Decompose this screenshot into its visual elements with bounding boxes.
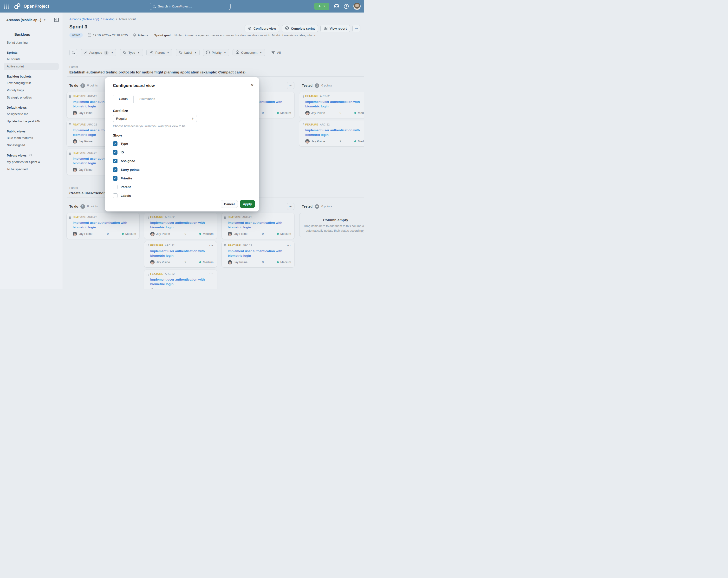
card-menu-button[interactable]: ··· — [287, 95, 291, 97]
drag-handle-icon[interactable] — [224, 215, 226, 219]
checkbox-row-labels[interactable]: Labels — [113, 193, 251, 198]
assignee-avatar — [150, 288, 155, 289]
breadcrumb-link[interactable]: Arcanos (Mobile app) — [69, 17, 99, 21]
checkbox-row-assignee[interactable]: ✓Assignee — [113, 159, 251, 163]
back-arrow-icon[interactable]: ← — [7, 32, 10, 36]
filter-component-dropdown[interactable]: Component▼ — [233, 49, 265, 56]
card-menu-button[interactable]: ··· — [287, 245, 291, 246]
drag-handle-icon[interactable] — [69, 94, 71, 98]
filter-all-button[interactable]: All — [271, 51, 281, 55]
show-label: Show — [113, 133, 251, 137]
checkbox-row-id[interactable]: ✓ID — [113, 150, 251, 155]
card-menu-button[interactable]: ··· — [132, 216, 136, 218]
column-menu-button[interactable]: ··· — [287, 203, 294, 210]
column-menu-button[interactable]: ··· — [287, 82, 294, 89]
work-package-card[interactable]: FEATUREARC-22···Implement user authentic… — [299, 92, 364, 118]
project-selector[interactable]: Arcanos (Mobile ap...) — [6, 18, 41, 22]
sidebar-item-updated-in-the-past-24h[interactable]: Updated in the past 24h — [7, 118, 60, 125]
drag-handle-icon[interactable] — [302, 123, 304, 126]
collapse-sidebar-icon[interactable] — [54, 18, 59, 22]
card-title-link[interactable]: Implement user authentication with biome… — [150, 249, 213, 258]
checkbox-row-story-points[interactable]: ✓Story points — [113, 167, 251, 172]
checkbox-checked-icon[interactable]: ✓ — [113, 176, 118, 181]
sidebar-item-sprint-planning[interactable]: Sprint planning — [7, 39, 60, 46]
sidebar-item-priority-bugs[interactable]: Priority bugs — [7, 87, 60, 94]
openproject-logo[interactable]: OpenProject — [14, 3, 49, 9]
global-search[interactable] — [150, 3, 231, 10]
filter-count-badge: 5 — [104, 51, 109, 55]
sidebar-item-blue-team-features[interactable]: Blue team features — [7, 134, 60, 142]
card-title-link[interactable]: Implement user authentication with biome… — [150, 220, 213, 229]
close-icon[interactable]: ✕ — [251, 83, 254, 87]
cancel-button[interactable]: Cancel — [221, 200, 238, 208]
view-report-button[interactable]: View report — [320, 25, 350, 32]
filter-priority-dropdown[interactable]: Priority▼ — [203, 49, 229, 56]
drag-handle-icon[interactable] — [146, 272, 149, 276]
sidebar-item-not-assigned[interactable]: Not assigned — [7, 142, 60, 149]
checkbox-checked-icon[interactable]: ✓ — [113, 150, 118, 155]
apply-button[interactable]: Apply — [240, 200, 255, 208]
work-package-card[interactable]: FEATUREARC-22···Implement user authentic… — [144, 241, 217, 267]
filter-type-dropdown[interactable]: Type▼ — [120, 49, 143, 56]
checkbox-checked-icon[interactable]: ✓ — [113, 159, 118, 163]
sidebar-item-all-sprints[interactable]: All sprints — [7, 56, 60, 63]
sidebar-item-to-be-specified[interactable]: To be specified — [7, 166, 60, 173]
work-package-card[interactable]: FEATUREARC-22···Implement user authentic… — [144, 213, 217, 239]
checkbox-row-priority[interactable]: ✓Priority — [113, 176, 251, 181]
help-icon[interactable]: ? — [344, 4, 349, 9]
empty-column-dropzone[interactable]: Column emptyDrag items here to add them … — [299, 213, 364, 237]
card-title-link[interactable]: Implement user authentication with biome… — [150, 277, 213, 286]
card-title-link[interactable]: Implement user authentication with biome… — [228, 249, 291, 258]
user-avatar[interactable] — [354, 3, 361, 10]
sidebar-item-assigned-to-me[interactable]: Assigned to me — [7, 110, 60, 118]
work-package-card[interactable]: FEATUREARC-22···Implement user authentic… — [67, 213, 139, 239]
filter-assignee-dropdown[interactable]: Assignee5▼ — [81, 49, 116, 56]
sidebar-item-strategic-priorities[interactable]: Strategic priorities — [7, 94, 60, 101]
checkbox-checked-icon[interactable]: ✓ — [113, 141, 118, 146]
card-menu-button[interactable]: ··· — [209, 216, 214, 218]
tab-swimlanes[interactable]: Swimlanes — [134, 95, 161, 103]
drag-handle-icon[interactable] — [69, 123, 71, 126]
drag-handle-icon[interactable] — [69, 215, 71, 219]
sidebar-section-header: Backlog buckets — [7, 73, 60, 79]
inbox-icon[interactable] — [334, 4, 339, 9]
work-package-card[interactable]: FEATUREARC-22···Implement user authentic… — [144, 270, 217, 289]
tab-cards[interactable]: Cards — [113, 95, 134, 103]
drag-handle-icon[interactable] — [224, 244, 226, 247]
card-title-link[interactable]: Implement user authentication with biome… — [73, 220, 136, 229]
checkbox-checked-icon[interactable]: ✓ — [113, 167, 118, 172]
checkbox-unchecked-icon[interactable] — [113, 193, 118, 198]
filter-search-button[interactable] — [69, 49, 77, 56]
filter-parent-dropdown[interactable]: Parent▼ — [146, 49, 172, 56]
work-package-card[interactable]: FEATUREARC-22···Implement user authentic… — [222, 213, 294, 239]
checkbox-unchecked-icon[interactable] — [113, 185, 118, 189]
filter-label-dropdown[interactable]: Label▼ — [176, 49, 200, 56]
sidebar-item-active-sprint[interactable]: Active sprint — [4, 63, 59, 70]
card-menu-button[interactable]: ··· — [209, 245, 214, 246]
card-size-select[interactable]: Regular ▲▼ — [113, 115, 197, 122]
complete-sprint-button[interactable]: Complete sprint — [282, 25, 318, 32]
app-grid-icon[interactable] — [4, 3, 9, 9]
checkbox-row-type[interactable]: ✓Type — [113, 141, 251, 146]
sidebar-item-my-priorities-for-sprint-4[interactable]: My priorities for Sprint 4 — [7, 158, 60, 166]
drag-handle-icon[interactable] — [302, 94, 304, 98]
card-menu-button[interactable]: ··· — [287, 216, 291, 218]
drag-handle-icon[interactable] — [146, 215, 149, 219]
checkbox-row-parent[interactable]: Parent — [113, 185, 251, 189]
breadcrumb-link[interactable]: Backlog — [103, 17, 114, 21]
card-title-link[interactable]: Implement user authentication with biome… — [228, 220, 291, 229]
chevron-down-icon: ▼ — [111, 52, 113, 54]
card-menu-button[interactable]: ··· — [209, 273, 214, 275]
sidebar-item-low-hanging-fruit[interactable]: Low-hanging fruit — [7, 79, 60, 87]
work-package-card[interactable]: FEATUREARC-22···Implement user authentic… — [299, 120, 364, 146]
drag-handle-icon[interactable] — [146, 244, 149, 247]
add-button[interactable]: + ▼ — [314, 3, 329, 10]
configure-view-button[interactable]: Configure view — [244, 25, 279, 32]
work-package-card[interactable]: FEATUREARC-22···Implement user authentic… — [222, 241, 294, 267]
card-title-link[interactable]: Implement user authentication with biome… — [305, 128, 364, 137]
sidebar-section-header-label: Default views — [7, 106, 27, 109]
card-title-link[interactable]: Implement user authentication with biome… — [305, 99, 364, 109]
more-actions-button[interactable]: ··· — [353, 25, 360, 32]
drag-handle-icon[interactable] — [69, 151, 71, 155]
search-input[interactable] — [158, 5, 228, 8]
